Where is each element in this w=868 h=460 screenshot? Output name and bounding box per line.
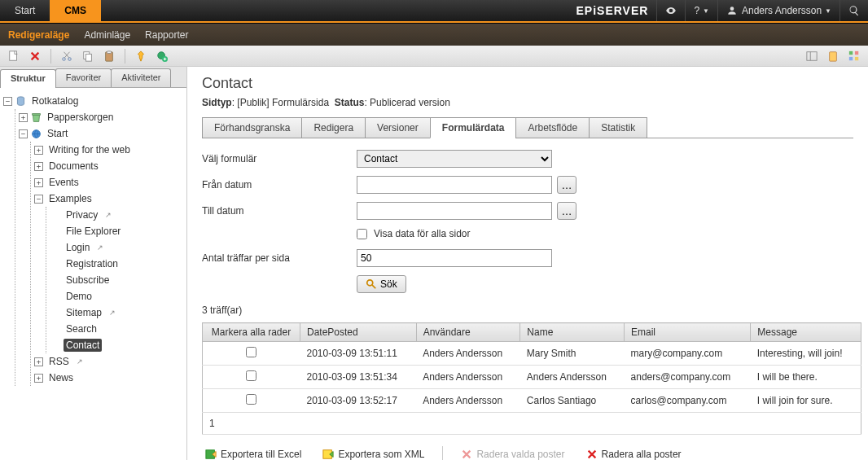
svg-point-2 bbox=[68, 57, 72, 60]
trash-icon bbox=[31, 112, 42, 123]
brand-logo: EPiSERVER bbox=[568, 0, 657, 21]
svg-rect-15 bbox=[855, 56, 858, 59]
fran-datum-label: Från datum bbox=[202, 179, 357, 191]
tab-formulardata[interactable]: Formulärdata bbox=[430, 117, 517, 138]
pin-icon[interactable] bbox=[132, 48, 150, 64]
menu-bar: Redigeraläge Adminläge Rapporter bbox=[0, 23, 868, 46]
user-menu[interactable]: Anders Andersson▼ bbox=[717, 0, 840, 21]
shortcut-icon: ↗ bbox=[97, 243, 103, 252]
col-mark[interactable]: Markera alla rader bbox=[203, 323, 300, 342]
tree-node-demo[interactable]: Demo bbox=[50, 288, 183, 304]
tab-versioner[interactable]: Versioner bbox=[365, 117, 431, 138]
clipboard-icon[interactable] bbox=[824, 48, 842, 64]
svg-point-19 bbox=[367, 280, 373, 286]
col-date[interactable]: DatePosted bbox=[300, 323, 417, 342]
delete-icon[interactable] bbox=[26, 48, 44, 64]
shortcut-icon: ↗ bbox=[77, 357, 83, 366]
svg-rect-14 bbox=[849, 56, 853, 59]
till-datum-input[interactable] bbox=[357, 202, 552, 220]
svg-rect-11 bbox=[830, 51, 837, 60]
excel-icon bbox=[205, 449, 217, 460]
sidebar-tabs: Struktur Favoriter Aktiviteter bbox=[0, 67, 186, 88]
visa-alla-label: Visa data för alla sidor bbox=[374, 228, 471, 239]
col-email[interactable]: Email bbox=[625, 323, 751, 342]
svg-rect-0 bbox=[10, 50, 17, 59]
tab-redigera[interactable]: Redigera bbox=[301, 117, 366, 138]
view-icon[interactable] bbox=[656, 0, 685, 21]
tree-node-events[interactable]: +Events bbox=[34, 174, 183, 191]
tree-node-writing[interactable]: +Writing for the web bbox=[34, 142, 183, 158]
svg-point-1 bbox=[63, 57, 66, 60]
cut-icon[interactable] bbox=[58, 48, 76, 64]
shortcut-icon: ↗ bbox=[105, 211, 112, 219]
topbar-tab-start[interactable]: Start bbox=[0, 0, 50, 21]
bottom-actions: Exportera till Excel Exportera som XML R… bbox=[202, 446, 853, 460]
new-page-icon[interactable] bbox=[5, 48, 23, 64]
delete-all-button[interactable]: Radera alla poster bbox=[583, 446, 685, 460]
valj-formular-select[interactable]: Contact bbox=[357, 150, 552, 168]
tree-node-search[interactable]: Search bbox=[50, 321, 183, 337]
grid-icon[interactable] bbox=[845, 48, 863, 64]
fran-datum-picker-button[interactable]: … bbox=[557, 176, 576, 194]
tree-node-examples[interactable]: −Examples bbox=[34, 191, 183, 207]
export-xml-button[interactable]: Exportera som XML bbox=[319, 446, 427, 460]
tree-node-documents[interactable]: +Documents bbox=[34, 158, 183, 174]
tree-node-sitemap[interactable]: Sitemap↗ bbox=[50, 304, 183, 321]
sidebar-tab-favoriter[interactable]: Favoriter bbox=[55, 68, 112, 87]
results-table: Markera alla rader DatePosted Användare … bbox=[202, 322, 861, 435]
export-excel-button[interactable]: Exportera till Excel bbox=[202, 446, 305, 460]
tree-node-registration[interactable]: Registration bbox=[50, 256, 183, 272]
sok-button[interactable]: Sök bbox=[357, 275, 406, 293]
valj-formular-label: Välj formulär bbox=[202, 153, 357, 164]
col-name[interactable]: Name bbox=[520, 323, 625, 342]
tree-node-contact[interactable]: Contact bbox=[50, 337, 183, 353]
help-menu[interactable]: ?▼ bbox=[685, 0, 717, 21]
svg-rect-12 bbox=[849, 50, 853, 54]
paste-icon[interactable] bbox=[100, 48, 118, 64]
till-datum-picker-button[interactable]: … bbox=[557, 202, 576, 220]
col-user[interactable]: Användare bbox=[416, 323, 520, 342]
search-icon[interactable] bbox=[840, 0, 868, 21]
toolbar bbox=[0, 46, 868, 67]
sidebar-tab-struktur[interactable]: Struktur bbox=[0, 69, 56, 88]
visa-alla-checkbox[interactable] bbox=[357, 229, 367, 239]
tree-node-root[interactable]: − Rotkatalog bbox=[3, 93, 183, 109]
row-checkbox[interactable] bbox=[246, 394, 256, 405]
menubar-item-admin[interactable]: Adminläge bbox=[84, 29, 130, 41]
col-msg[interactable]: Message bbox=[751, 323, 861, 342]
tree-node-privacy[interactable]: Privacy↗ bbox=[50, 207, 183, 223]
tree-node-start[interactable]: − Start bbox=[19, 125, 183, 142]
fran-datum-input[interactable] bbox=[357, 176, 552, 194]
menubar-item-edit[interactable]: Redigeraläge bbox=[8, 29, 69, 41]
row-checkbox[interactable] bbox=[246, 370, 256, 381]
delete-selected-button: Radera valda poster bbox=[458, 446, 568, 460]
antal-input[interactable] bbox=[357, 249, 552, 267]
tab-forhandsgranska[interactable]: Förhandsgranska bbox=[202, 117, 302, 138]
delete-icon bbox=[586, 449, 598, 460]
globe-plus-icon[interactable] bbox=[153, 48, 171, 64]
top-bar: Start CMS EPiSERVER ?▼ Anders Andersson▼ bbox=[0, 0, 868, 23]
shortcut-icon: ↗ bbox=[109, 309, 116, 317]
topbar-tab-cms[interactable]: CMS bbox=[50, 0, 101, 21]
sidebar-tab-aktiviteter[interactable]: Aktiviteter bbox=[111, 68, 171, 87]
menubar-item-reports[interactable]: Rapporter bbox=[145, 29, 188, 41]
svg-rect-13 bbox=[855, 50, 858, 54]
tab-arbetsflode[interactable]: Arbetsflöde bbox=[515, 117, 590, 138]
antal-label: Antal träffar per sida bbox=[202, 252, 357, 264]
page-number[interactable]: 1 bbox=[203, 413, 861, 435]
tree-node-rss[interactable]: +RSS↗ bbox=[34, 353, 183, 370]
tree-node-news[interactable]: +News bbox=[34, 370, 183, 386]
tab-statistik[interactable]: Statistik bbox=[589, 117, 647, 138]
xml-icon bbox=[322, 449, 334, 460]
panel-toggle-icon[interactable] bbox=[803, 48, 821, 64]
tree-node-subscribe[interactable]: Subscribe bbox=[50, 272, 183, 288]
tree-node-login[interactable]: Login↗ bbox=[50, 239, 183, 256]
pager-row: 1 bbox=[203, 413, 861, 435]
svg-line-20 bbox=[372, 285, 375, 288]
svg-rect-17 bbox=[33, 113, 41, 115]
copy-icon[interactable] bbox=[79, 48, 97, 64]
tree-node-trash[interactable]: + Papperskorgen bbox=[19, 109, 183, 125]
row-checkbox[interactable] bbox=[246, 347, 256, 357]
tree-node-file-explorer[interactable]: File Explorer bbox=[50, 223, 183, 239]
delete-icon bbox=[461, 449, 472, 460]
